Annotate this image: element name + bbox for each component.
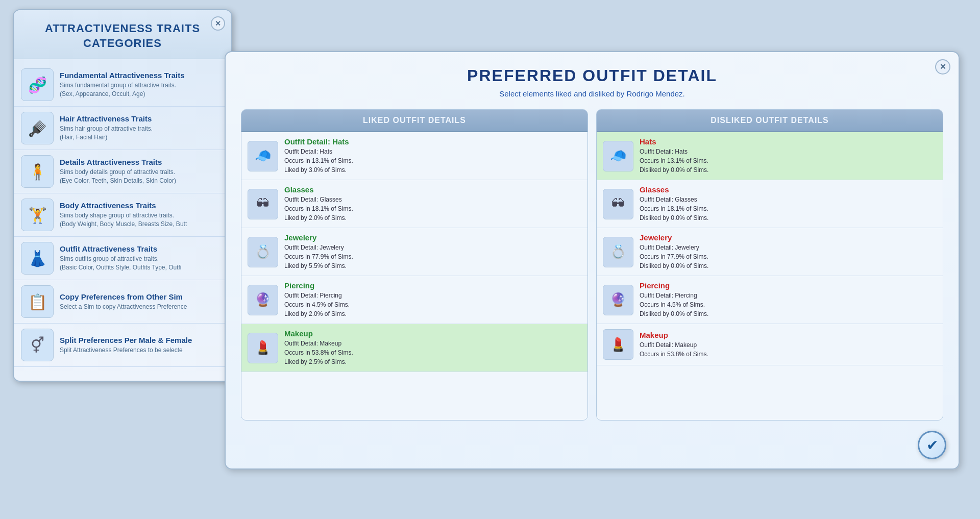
disliked-item-icon-1: 🕶 bbox=[603, 189, 633, 219]
liked-item-icon-3: 🔮 bbox=[248, 285, 278, 315]
disliked-item-1[interactable]: 🕶GlassesOutfit Detail: Glasses Occurs in… bbox=[597, 180, 943, 228]
disliked-item-icon-2: 💍 bbox=[603, 237, 633, 267]
category-item-copy[interactable]: 📋Copy Preferences from Other SimSelect a… bbox=[14, 280, 231, 324]
category-icon-body: 🏋 bbox=[21, 199, 54, 231]
liked-item-name-4: Makeup bbox=[284, 329, 353, 338]
confirm-button[interactable]: ✔ bbox=[918, 431, 946, 459]
liked-column: Liked Outfit Details 🧢Outfit Detail: Hat… bbox=[241, 109, 588, 421]
category-icon-fundamental: 🧬 bbox=[21, 68, 54, 101]
liked-item-detail-1: Outfit Detail: Glasses Occurs in 18.1% o… bbox=[284, 195, 353, 223]
disliked-item-text-3: PiercingOutfit Detail: Piercing Occurs i… bbox=[640, 281, 708, 318]
category-desc-outfit: Sims outfits group of attractive traits.… bbox=[60, 255, 182, 272]
category-desc-fundamental: Sims fundamental group of attractive tra… bbox=[60, 81, 185, 98]
disliked-item-name-2: Jewelery bbox=[640, 233, 708, 242]
category-icon-copy: 📋 bbox=[21, 285, 54, 318]
disliked-item-detail-1: Outfit Detail: Glasses Occurs in 18.1% o… bbox=[640, 195, 708, 223]
disliked-item-name-3: Piercing bbox=[640, 281, 708, 290]
category-desc-copy: Select a Sim to copy Attractiveness Pref… bbox=[60, 303, 187, 311]
category-item-body[interactable]: 🏋Body Attractiveness TraitsSims body sha… bbox=[14, 193, 231, 237]
category-icon-details: 🧍 bbox=[21, 155, 54, 188]
disliked-item-text-1: GlassesOutfit Detail: Glasses Occurs in … bbox=[640, 185, 708, 223]
category-item-hair[interactable]: 🪮Hair Attractiveness TraitsSims hair gro… bbox=[14, 107, 231, 150]
disliked-item-name-4: Makeup bbox=[640, 331, 708, 339]
category-icon-hair: 🪮 bbox=[21, 112, 54, 144]
liked-item-detail-2: Outfit Detail: Jewelery Occurs in 77.9% … bbox=[284, 243, 353, 270]
liked-item-name-0: Outfit Detail: Hats bbox=[284, 137, 353, 146]
left-panel-header: Attractiveness Traits Categories ✕ bbox=[14, 10, 231, 59]
right-panel: ✕ Preferred Outfit Detail Select element… bbox=[225, 51, 960, 469]
category-item-split[interactable]: ⚥Split Preferences Per Male & FemaleSpli… bbox=[14, 324, 231, 367]
liked-item-text-1: GlassesOutfit Detail: Glasses Occurs in … bbox=[284, 185, 353, 223]
category-text-body: Body Attractiveness TraitsSims body shap… bbox=[60, 201, 187, 229]
category-desc-body: Sims body shape group of attractive trai… bbox=[60, 211, 187, 229]
disliked-item-3[interactable]: 🔮PiercingOutfit Detail: Piercing Occurs … bbox=[597, 276, 943, 324]
category-item-outfit[interactable]: 👗Outfit Attractiveness TraitsSims outfit… bbox=[14, 237, 231, 280]
columns-container: Liked Outfit Details 🧢Outfit Detail: Hat… bbox=[241, 109, 943, 421]
disliked-item-icon-4: 💄 bbox=[603, 329, 633, 360]
liked-item-name-1: Glasses bbox=[284, 185, 353, 194]
category-item-details[interactable]: 🧍Details Attractiveness TraitsSims body … bbox=[14, 150, 231, 193]
liked-item-text-0: Outfit Detail: HatsOutfit Detail: Hats O… bbox=[284, 137, 353, 175]
disliked-item-2[interactable]: 💍JeweleryOutfit Detail: Jewelery Occurs … bbox=[597, 228, 943, 276]
disliked-column: Disliked Outfit Details 🧢HatsOutfit Deta… bbox=[596, 109, 943, 421]
left-panel: Attractiveness Traits Categories ✕ 🧬Fund… bbox=[13, 9, 232, 382]
liked-item-1[interactable]: 🕶GlassesOutfit Detail: Glasses Occurs in… bbox=[241, 180, 587, 228]
liked-item-icon-1: 🕶 bbox=[248, 189, 278, 219]
disliked-item-4[interactable]: 💄MakeupOutfit Detail: Makeup Occurs in 5… bbox=[597, 324, 943, 365]
category-title-body: Body Attractiveness Traits bbox=[60, 201, 187, 210]
category-text-details: Details Attractiveness TraitsSims body d… bbox=[60, 158, 176, 185]
category-text-fundamental: Fundamental Attractiveness TraitsSims fu… bbox=[60, 71, 185, 98]
liked-item-0[interactable]: 🧢Outfit Detail: HatsOutfit Detail: Hats … bbox=[241, 132, 587, 180]
disliked-item-text-0: HatsOutfit Detail: Hats Occurs in 13.1% … bbox=[640, 137, 708, 175]
category-title-fundamental: Fundamental Attractiveness Traits bbox=[60, 71, 185, 80]
liked-item-icon-2: 💍 bbox=[248, 237, 278, 267]
disliked-item-0[interactable]: 🧢HatsOutfit Detail: Hats Occurs in 13.1%… bbox=[597, 132, 943, 180]
liked-item-detail-3: Outfit Detail: Piercing Occurs in 4.5% o… bbox=[284, 291, 350, 318]
disliked-item-name-1: Glasses bbox=[640, 185, 708, 194]
category-title-outfit: Outfit Attractiveness Traits bbox=[60, 244, 182, 253]
liked-item-2[interactable]: 💍JeweleryOutfit Detail: Jewelery Occurs … bbox=[241, 228, 587, 276]
disliked-item-detail-3: Outfit Detail: Piercing Occurs in 4.5% o… bbox=[640, 291, 708, 318]
liked-column-body: 🧢Outfit Detail: HatsOutfit Detail: Hats … bbox=[241, 132, 587, 420]
liked-item-detail-0: Outfit Detail: Hats Occurs in 13.1% of S… bbox=[284, 147, 353, 175]
disliked-item-detail-0: Outfit Detail: Hats Occurs in 13.1% of S… bbox=[640, 147, 708, 175]
disliked-column-body: 🧢HatsOutfit Detail: Hats Occurs in 13.1%… bbox=[597, 132, 943, 420]
right-panel-close-button[interactable]: ✕ bbox=[935, 59, 950, 75]
left-panel-close-button[interactable]: ✕ bbox=[211, 16, 225, 31]
category-list: 🧬Fundamental Attractiveness TraitsSims f… bbox=[14, 59, 231, 371]
disliked-item-name-0: Hats bbox=[640, 137, 708, 146]
category-icon-outfit: 👗 bbox=[21, 242, 54, 275]
disliked-item-detail-2: Outfit Detail: Jewelery Occurs in 77.9% … bbox=[640, 243, 708, 270]
disliked-item-detail-4: Outfit Detail: Makeup Occurs in 53.8% of… bbox=[640, 340, 708, 359]
liked-item-icon-4: 💄 bbox=[248, 333, 278, 363]
category-title-copy: Copy Preferences from Other Sim bbox=[60, 292, 187, 301]
disliked-item-text-4: MakeupOutfit Detail: Makeup Occurs in 53… bbox=[640, 331, 708, 359]
category-text-outfit: Outfit Attractiveness TraitsSims outfits… bbox=[60, 244, 182, 272]
disliked-item-text-2: JeweleryOutfit Detail: Jewelery Occurs i… bbox=[640, 233, 708, 270]
liked-item-text-2: JeweleryOutfit Detail: Jewelery Occurs i… bbox=[284, 233, 353, 270]
right-panel-subtitle: Select elements liked and disliked by Ro… bbox=[241, 89, 943, 98]
category-desc-hair: Sims hair group of attractive traits. (H… bbox=[60, 125, 153, 142]
liked-item-name-2: Jewelery bbox=[284, 233, 353, 242]
disliked-item-icon-3: 🔮 bbox=[603, 285, 633, 315]
category-text-copy: Copy Preferences from Other SimSelect a … bbox=[60, 292, 187, 311]
category-title-hair: Hair Attractiveness Traits bbox=[60, 114, 153, 123]
disliked-column-header: Disliked Outfit Details bbox=[597, 110, 943, 132]
category-text-split: Split Preferences Per Male & FemaleSplit… bbox=[60, 336, 192, 355]
category-title-split: Split Preferences Per Male & Female bbox=[60, 336, 192, 344]
liked-item-3[interactable]: 🔮PiercingOutfit Detail: Piercing Occurs … bbox=[241, 276, 587, 324]
liked-item-icon-0: 🧢 bbox=[248, 141, 278, 171]
disliked-item-icon-0: 🧢 bbox=[603, 141, 633, 171]
liked-item-detail-4: Outfit Detail: Makeup Occurs in 53.8% of… bbox=[284, 339, 353, 366]
liked-item-name-3: Piercing bbox=[284, 281, 350, 290]
category-desc-details: Sims body details group of attractive tr… bbox=[60, 168, 176, 185]
category-text-hair: Hair Attractiveness TraitsSims hair grou… bbox=[60, 114, 153, 142]
category-item-fundamental[interactable]: 🧬Fundamental Attractiveness TraitsSims f… bbox=[14, 63, 231, 107]
right-panel-title: Preferred Outfit Detail bbox=[241, 66, 943, 85]
liked-column-header: Liked Outfit Details bbox=[241, 110, 587, 132]
liked-item-text-4: MakeupOutfit Detail: Makeup Occurs in 53… bbox=[284, 329, 353, 366]
liked-item-text-3: PiercingOutfit Detail: Piercing Occurs i… bbox=[284, 281, 350, 318]
category-desc-split: Split Attractiveness Preferences to be s… bbox=[60, 346, 192, 355]
liked-item-4[interactable]: 💄MakeupOutfit Detail: Makeup Occurs in 5… bbox=[241, 324, 587, 372]
category-title-details: Details Attractiveness Traits bbox=[60, 158, 176, 166]
